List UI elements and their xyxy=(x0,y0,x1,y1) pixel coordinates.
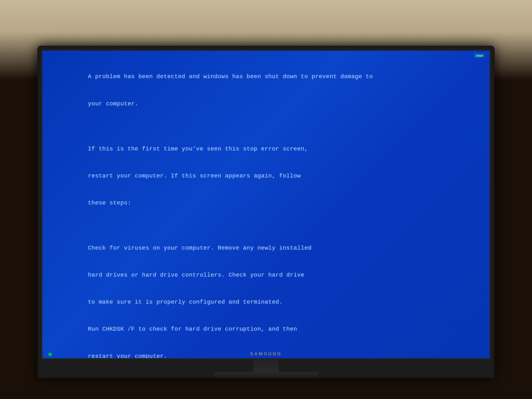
bsod-line-6: these steps: xyxy=(88,200,131,206)
bsod-line-4: If this is the first time you've seen th… xyxy=(88,146,308,152)
bsod-line-9: hard drives or hard drive controllers. C… xyxy=(88,272,304,278)
monitor-stand-base xyxy=(214,372,318,378)
bsod-line-2: your computer. xyxy=(88,101,138,107)
bsod-line-12: restart your computer. xyxy=(88,353,167,359)
intel-badge: intel xyxy=(474,53,485,58)
monitor-stand-neck xyxy=(253,360,279,372)
bsod-screen: A problem has been detected and windows … xyxy=(42,51,490,358)
monitor: A problem has been detected and windows … xyxy=(38,46,494,378)
monitor-bezel: A problem has been detected and windows … xyxy=(41,50,491,360)
power-indicator xyxy=(49,353,51,356)
bsod-line-1: A problem has been detected and windows … xyxy=(88,73,373,80)
bsod-line-8: Check for viruses on your computer. Remo… xyxy=(88,245,312,251)
brand-label: SAMSUNG xyxy=(250,351,282,357)
bsod-line-11: Run CHKDSK /F to check for hard drive co… xyxy=(88,326,297,332)
bsod-content: A problem has been detected and windows … xyxy=(59,63,473,358)
bsod-line-10: to make sure it is properly configured a… xyxy=(88,299,283,305)
bsod-line-5: restart your computer. If this screen ap… xyxy=(88,173,301,179)
